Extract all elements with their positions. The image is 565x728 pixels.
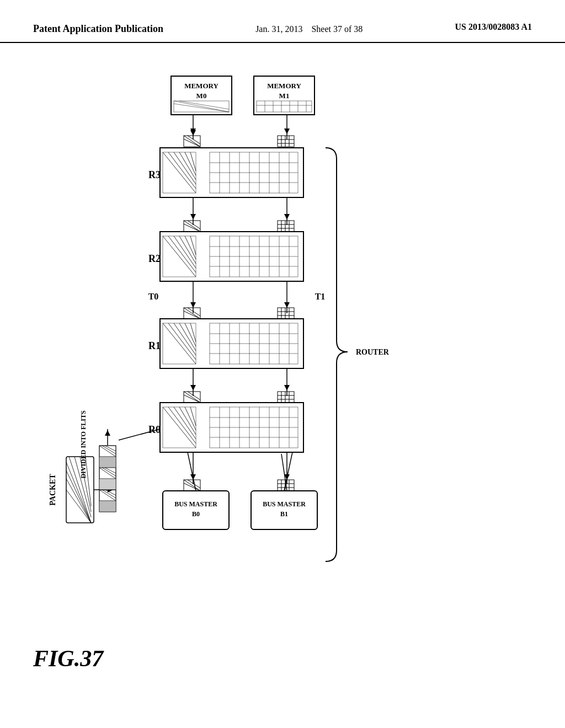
svg-text:M1: M1 [279, 92, 290, 100]
patent-number: US 2013/0028083 A1 [455, 22, 532, 32]
svg-line-133 [184, 395, 200, 403]
svg-rect-210 [99, 501, 116, 512]
svg-rect-134 [278, 392, 294, 403]
svg-line-216 [284, 452, 292, 491]
svg-line-23 [184, 136, 200, 147]
sheet-info: Sheet 37 of 38 [311, 24, 363, 34]
svg-text:R1: R1 [148, 340, 161, 351]
svg-text:B0: B0 [192, 510, 200, 518]
svg-marker-127 [190, 385, 196, 390]
publication-date: Jan. 31, 2013 [255, 24, 302, 34]
svg-line-189 [66, 470, 91, 523]
svg-text:M0: M0 [196, 92, 207, 100]
svg-text:ROUTER: ROUTER [356, 348, 390, 356]
svg-rect-205 [99, 479, 116, 490]
svg-text:R3: R3 [148, 169, 161, 180]
svg-rect-27 [278, 136, 294, 147]
svg-marker-92 [190, 302, 196, 308]
svg-line-203 [102, 468, 116, 476]
svg-line-197 [99, 446, 116, 457]
svg-line-98 [184, 311, 200, 319]
svg-line-168 [184, 483, 200, 491]
svg-marker-21 [284, 129, 290, 134]
figure-label: FIG.37 [33, 645, 103, 672]
svg-line-96 [184, 308, 200, 319]
svg-line-198 [102, 446, 116, 454]
svg-text:BUS MASTER: BUS MASTER [263, 500, 306, 508]
svg-text:DIVIDED INTO FLITS: DIVIDED INTO FLITS [79, 410, 87, 478]
svg-marker-26 [190, 130, 196, 136]
svg-text:T0: T0 [148, 292, 159, 301]
svg-line-131 [184, 392, 200, 403]
svg-text:BUS MASTER: BUS MASTER [174, 500, 217, 508]
svg-line-59 [184, 221, 200, 232]
svg-text:T1: T1 [315, 292, 326, 301]
svg-marker-94 [284, 302, 290, 308]
publication-title: Patent Application Publication [33, 22, 163, 36]
svg-marker-212 [105, 430, 110, 436]
svg-marker-55 [190, 214, 196, 220]
publication-info: Jan. 31, 2013 Sheet 37 of 38 [255, 22, 363, 36]
page-header: Patent Application Publication Jan. 31, … [0, 0, 565, 43]
svg-text:MEMORY: MEMORY [267, 82, 301, 90]
svg-line-166 [184, 480, 200, 491]
svg-text:B1: B1 [280, 510, 288, 518]
svg-line-61 [184, 224, 200, 232]
svg-line-214 [281, 454, 287, 491]
svg-marker-129 [284, 385, 290, 390]
svg-marker-57 [284, 214, 290, 220]
svg-text:R2: R2 [148, 253, 161, 264]
diagram-area: MEMORY M0 MEMORY M1 [0, 43, 565, 705]
svg-line-25 [184, 139, 200, 147]
svg-rect-62 [278, 221, 294, 232]
svg-line-191 [66, 490, 91, 523]
svg-text:MEMORY: MEMORY [184, 82, 218, 90]
svg-rect-200 [99, 457, 116, 468]
svg-rect-99 [278, 308, 294, 319]
svg-line-202 [99, 468, 116, 479]
svg-text:PACKET: PACKET [49, 473, 57, 505]
